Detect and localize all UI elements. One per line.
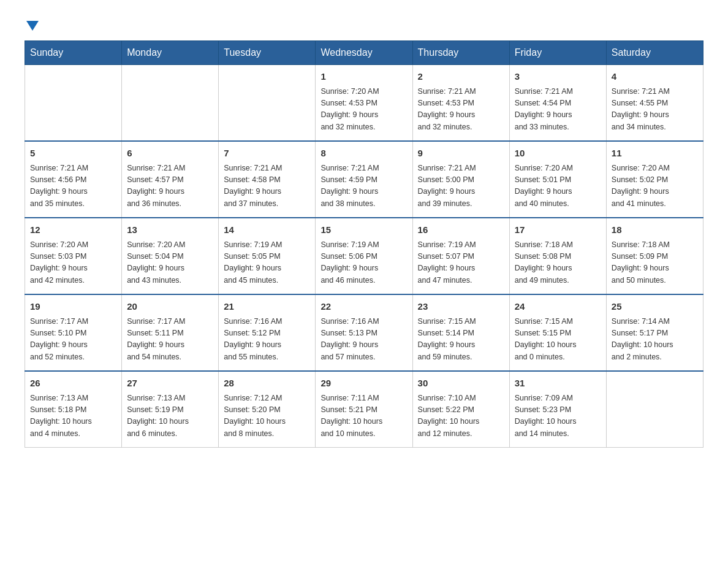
calendar-day-cell: 4Sunrise: 7:21 AMSunset: 4:55 PMDaylight…: [606, 65, 703, 142]
calendar-day-cell: 23Sunrise: 7:15 AMSunset: 5:14 PMDayligh…: [412, 294, 509, 371]
calendar-day-cell: 5Sunrise: 7:21 AMSunset: 4:56 PMDaylight…: [25, 141, 122, 218]
day-number: 1: [320, 70, 407, 84]
day-info: Sunrise: 7:15 AMSunset: 5:14 PMDaylight:…: [418, 316, 504, 364]
calendar-day-cell: 13Sunrise: 7:20 AMSunset: 5:04 PMDayligh…: [122, 218, 219, 294]
day-info: Sunrise: 7:15 AMSunset: 5:15 PMDaylight:…: [515, 316, 601, 364]
calendar-table: Sunday Monday Tuesday Wednesday Thursday…: [25, 40, 703, 448]
calendar-day-cell: 27Sunrise: 7:13 AMSunset: 5:19 PMDayligh…: [122, 371, 219, 448]
calendar-day-cell: 3Sunrise: 7:21 AMSunset: 4:54 PMDaylight…: [509, 65, 606, 142]
header-wednesday: Wednesday: [316, 41, 412, 65]
calendar-day-cell: [219, 65, 316, 142]
day-info: Sunrise: 7:13 AMSunset: 5:18 PMDaylight:…: [30, 393, 116, 440]
day-info: Sunrise: 7:11 AMSunset: 5:21 PMDaylight:…: [320, 393, 407, 440]
day-info: Sunrise: 7:17 AMSunset: 5:10 PMDaylight:…: [30, 316, 116, 364]
calendar-day-cell: 11Sunrise: 7:20 AMSunset: 5:02 PMDayligh…: [606, 141, 703, 218]
header-friday: Friday: [509, 41, 606, 65]
day-number: 30: [418, 377, 504, 391]
day-number: 4: [612, 70, 698, 84]
calendar-day-cell: 28Sunrise: 7:12 AMSunset: 5:20 PMDayligh…: [219, 371, 316, 448]
calendar-day-cell: 2Sunrise: 7:21 AMSunset: 4:53 PMDaylight…: [412, 65, 509, 142]
calendar-day-cell: 25Sunrise: 7:14 AMSunset: 5:17 PMDayligh…: [606, 294, 703, 371]
calendar-day-cell: 21Sunrise: 7:16 AMSunset: 5:12 PMDayligh…: [219, 294, 316, 371]
calendar-week-row: 1Sunrise: 7:20 AMSunset: 4:53 PMDaylight…: [25, 65, 703, 142]
day-info: Sunrise: 7:18 AMSunset: 5:09 PMDaylight:…: [612, 239, 698, 287]
day-number: 12: [30, 223, 116, 237]
day-info: Sunrise: 7:19 AMSunset: 5:05 PMDaylight:…: [224, 239, 310, 287]
day-number: 2: [418, 70, 504, 84]
calendar-day-cell: [25, 65, 122, 142]
day-number: 8: [320, 147, 407, 161]
calendar-day-cell: 17Sunrise: 7:18 AMSunset: 5:08 PMDayligh…: [509, 218, 606, 294]
calendar-day-cell: 16Sunrise: 7:19 AMSunset: 5:07 PMDayligh…: [412, 218, 509, 294]
calendar-day-cell: 18Sunrise: 7:18 AMSunset: 5:09 PMDayligh…: [606, 218, 703, 294]
day-number: 10: [515, 147, 601, 161]
calendar-day-cell: 14Sunrise: 7:19 AMSunset: 5:05 PMDayligh…: [219, 218, 316, 294]
day-info: Sunrise: 7:19 AMSunset: 5:06 PMDaylight:…: [320, 239, 407, 287]
day-number: 3: [515, 70, 601, 84]
day-info: Sunrise: 7:21 AMSunset: 4:56 PMDaylight:…: [30, 163, 116, 210]
day-number: 16: [418, 223, 504, 237]
day-number: 9: [418, 147, 504, 161]
calendar-day-cell: 15Sunrise: 7:19 AMSunset: 5:06 PMDayligh…: [316, 218, 412, 294]
calendar-day-cell: 10Sunrise: 7:20 AMSunset: 5:01 PMDayligh…: [509, 141, 606, 218]
day-info: Sunrise: 7:21 AMSunset: 4:55 PMDaylight:…: [612, 86, 698, 134]
day-info: Sunrise: 7:16 AMSunset: 5:13 PMDaylight:…: [320, 316, 407, 364]
calendar-week-row: 12Sunrise: 7:20 AMSunset: 5:03 PMDayligh…: [25, 218, 703, 294]
calendar-day-cell: 29Sunrise: 7:11 AMSunset: 5:21 PMDayligh…: [316, 371, 412, 448]
calendar-week-row: 26Sunrise: 7:13 AMSunset: 5:18 PMDayligh…: [25, 371, 703, 448]
calendar-day-cell: [606, 371, 703, 448]
day-info: Sunrise: 7:16 AMSunset: 5:12 PMDaylight:…: [224, 316, 310, 364]
calendar-week-row: 5Sunrise: 7:21 AMSunset: 4:56 PMDaylight…: [25, 141, 703, 218]
day-number: 26: [30, 377, 116, 391]
day-info: Sunrise: 7:21 AMSunset: 4:53 PMDaylight:…: [418, 86, 504, 134]
day-number: 21: [224, 300, 310, 314]
day-number: 18: [612, 223, 698, 237]
day-number: 23: [418, 300, 504, 314]
day-number: 22: [320, 300, 407, 314]
svg-marker-0: [26, 21, 39, 31]
day-info: Sunrise: 7:21 AMSunset: 5:00 PMDaylight:…: [418, 163, 504, 210]
day-number: 7: [224, 147, 310, 161]
day-number: 19: [30, 300, 116, 314]
day-info: Sunrise: 7:20 AMSunset: 5:04 PMDaylight:…: [127, 239, 213, 287]
day-info: Sunrise: 7:20 AMSunset: 4:53 PMDaylight:…: [320, 86, 407, 134]
day-info: Sunrise: 7:21 AMSunset: 4:57 PMDaylight:…: [127, 163, 213, 210]
day-number: 15: [320, 223, 407, 237]
day-number: 6: [127, 147, 213, 161]
calendar-day-cell: 19Sunrise: 7:17 AMSunset: 5:10 PMDayligh…: [25, 294, 122, 371]
day-info: Sunrise: 7:21 AMSunset: 4:54 PMDaylight:…: [515, 86, 601, 134]
calendar-day-cell: 9Sunrise: 7:21 AMSunset: 5:00 PMDaylight…: [412, 141, 509, 218]
day-number: 5: [30, 147, 116, 161]
day-number: 27: [127, 377, 213, 391]
day-info: Sunrise: 7:20 AMSunset: 5:02 PMDaylight:…: [612, 163, 698, 210]
calendar-day-cell: 20Sunrise: 7:17 AMSunset: 5:11 PMDayligh…: [122, 294, 219, 371]
day-info: Sunrise: 7:13 AMSunset: 5:19 PMDaylight:…: [127, 393, 213, 440]
day-info: Sunrise: 7:09 AMSunset: 5:23 PMDaylight:…: [515, 393, 601, 440]
calendar-day-cell: 8Sunrise: 7:21 AMSunset: 4:59 PMDaylight…: [316, 141, 412, 218]
day-info: Sunrise: 7:19 AMSunset: 5:07 PMDaylight:…: [418, 239, 504, 287]
day-number: 31: [515, 377, 601, 391]
logo-triangle-icon: [26, 20, 39, 32]
header-saturday: Saturday: [606, 41, 703, 65]
calendar-day-cell: 26Sunrise: 7:13 AMSunset: 5:18 PMDayligh…: [25, 371, 122, 448]
calendar-day-cell: 30Sunrise: 7:10 AMSunset: 5:22 PMDayligh…: [412, 371, 509, 448]
day-info: Sunrise: 7:20 AMSunset: 5:03 PMDaylight:…: [30, 239, 116, 287]
day-number: 13: [127, 223, 213, 237]
logo[interactable]: [25, 18, 39, 28]
calendar-day-cell: 1Sunrise: 7:20 AMSunset: 4:53 PMDaylight…: [316, 65, 412, 142]
calendar-day-cell: 31Sunrise: 7:09 AMSunset: 5:23 PMDayligh…: [509, 371, 606, 448]
calendar-day-cell: [122, 65, 219, 142]
calendar-day-cell: 24Sunrise: 7:15 AMSunset: 5:15 PMDayligh…: [509, 294, 606, 371]
day-number: 29: [320, 377, 407, 391]
calendar-day-cell: 6Sunrise: 7:21 AMSunset: 4:57 PMDaylight…: [122, 141, 219, 218]
page-header: [25, 18, 703, 28]
day-info: Sunrise: 7:21 AMSunset: 4:58 PMDaylight:…: [224, 163, 310, 210]
calendar-header-row: Sunday Monday Tuesday Wednesday Thursday…: [25, 41, 703, 65]
day-number: 11: [612, 147, 698, 161]
day-info: Sunrise: 7:20 AMSunset: 5:01 PMDaylight:…: [515, 163, 601, 210]
calendar-day-cell: 22Sunrise: 7:16 AMSunset: 5:13 PMDayligh…: [316, 294, 412, 371]
header-thursday: Thursday: [412, 41, 509, 65]
day-info: Sunrise: 7:14 AMSunset: 5:17 PMDaylight:…: [612, 316, 698, 364]
calendar-week-row: 19Sunrise: 7:17 AMSunset: 5:10 PMDayligh…: [25, 294, 703, 371]
day-number: 24: [515, 300, 601, 314]
